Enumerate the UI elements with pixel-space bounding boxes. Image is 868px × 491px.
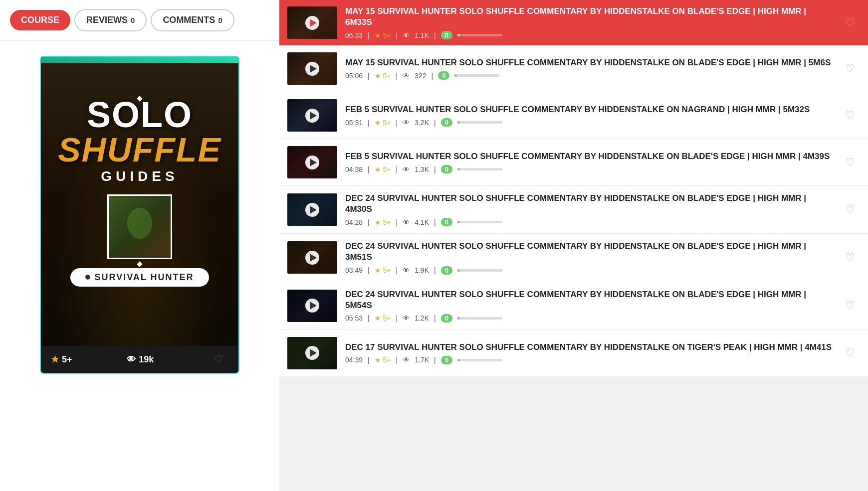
right-panel: MAY 15 SURVIVAL HUNTER SOLO SHUFFLE COMM… <box>279 0 868 491</box>
footer-views: 👁 19k <box>127 354 154 365</box>
duration-1: 05:31 <box>345 119 363 127</box>
course-card-image: SOLO SHUFFLE GUIDES SURVIVAL HUNTER <box>41 57 238 346</box>
rating-6: ★ 5+ <box>375 356 391 364</box>
card-title-guides: GUIDES <box>58 168 221 184</box>
rating-3: ★ 5+ <box>375 218 391 226</box>
video-title-1: FEB 5 SURVIVAL HUNTER SOLO SHUFFLE COMME… <box>345 104 832 115</box>
rating-4: ★ 5+ <box>375 266 391 274</box>
video-row[interactable]: FEB 5 SURVIVAL HUNTER SOLO SHUFFLE COMME… <box>279 92 868 139</box>
featured-heart-col[interactable]: ♡ <box>840 16 860 29</box>
heart-col-3[interactable]: ♡ <box>840 203 860 216</box>
play-icon-2 <box>310 159 317 166</box>
eye-icon: 👁 <box>127 354 136 365</box>
play-button-4[interactable] <box>305 251 319 265</box>
video-list: MAY 15 SURVIVAL HUNTER SOLO SHUFFLE COMM… <box>279 45 868 377</box>
featured-rating: ★ 5+ <box>375 31 391 39</box>
video-row[interactable]: MAY 15 SURVIVAL HUNTER SOLO SHUFFLE COMM… <box>279 45 868 92</box>
play-icon-3 <box>310 206 317 214</box>
progress-bar-fill-3 <box>457 221 460 223</box>
video-title-3: DEC 24 SURVIVAL HUNTER SOLO SHUFFLE COMM… <box>345 193 832 215</box>
spec-label: SURVIVAL HUNTER <box>94 272 194 283</box>
hunter-face-image <box>109 196 171 258</box>
featured-play-button[interactable] <box>305 16 319 30</box>
tab-course[interactable]: COURSE <box>10 10 70 30</box>
featured-video-title: MAY 15 SURVIVAL HUNTER SOLO SHUFFLE COMM… <box>345 6 832 28</box>
featured-views: 1.1K <box>415 31 429 39</box>
play-button-1[interactable] <box>305 109 319 123</box>
play-button-5[interactable] <box>305 299 319 313</box>
video-title-2: FEB 5 SURVIVAL HUNTER SOLO SHUFFLE COMME… <box>345 151 832 162</box>
course-card: SOLO SHUFFLE GUIDES SURVIVAL HUNTER ★ 5+ <box>40 56 239 374</box>
video-meta-0: 05:06 | ★ 5+ | 👁 322 | 0 <box>345 71 832 80</box>
heart-icon-0[interactable]: ♡ <box>845 62 855 75</box>
progress-bar-bg-2 <box>457 168 502 170</box>
heart-col-0[interactable]: ♡ <box>840 62 860 75</box>
video-thumb-4 <box>287 241 337 274</box>
video-row[interactable]: DEC 24 SURVIVAL HUNTER SOLO SHUFFLE COMM… <box>279 186 868 234</box>
card-top-bar <box>41 57 238 63</box>
play-icon-0 <box>310 65 317 73</box>
spec-badge: SURVIVAL HUNTER <box>70 268 209 287</box>
featured-video-meta: 06:33 | ★ 5+ | 👁 1.1K | 0 <box>345 31 832 39</box>
play-triangle-icon <box>310 19 317 27</box>
progress-bar-fill-1 <box>457 121 460 124</box>
play-button-2[interactable] <box>305 156 319 169</box>
progress-bar-bg-3 <box>457 221 502 223</box>
featured-video-row[interactable]: MAY 15 SURVIVAL HUNTER SOLO SHUFFLE COMM… <box>279 0 868 45</box>
rating-0: ★ 5+ <box>375 72 391 80</box>
course-card-footer: ★ 5+ 👁 19k ♡ <box>41 346 238 373</box>
footer-favorite[interactable]: ♡ <box>209 353 228 366</box>
duration-2: 04:38 <box>345 165 363 173</box>
featured-heart-icon[interactable]: ♡ <box>845 16 855 29</box>
views-1: 3.2K <box>415 119 429 127</box>
heart-col-2[interactable]: ♡ <box>840 156 860 169</box>
progress-bar-bg-1 <box>457 121 502 124</box>
heart-icon-3[interactable]: ♡ <box>845 203 855 216</box>
eye-icon-3: 👁 <box>403 218 410 226</box>
heart-col-5[interactable]: ♡ <box>840 299 860 312</box>
video-info-1: FEB 5 SURVIVAL HUNTER SOLO SHUFFLE COMME… <box>345 104 832 127</box>
heart-col-6[interactable]: ♡ <box>840 346 860 359</box>
progress-bar-fill-2 <box>457 168 460 170</box>
play-icon-4 <box>310 254 317 262</box>
video-info-0: MAY 15 SURVIVAL HUNTER SOLO SHUFFLE COMM… <box>345 57 832 80</box>
heart-icon-4[interactable]: ♡ <box>845 251 855 264</box>
video-row[interactable]: DEC 17 SURVIVAL HUNTER SOLO SHUFFLE COMM… <box>279 330 868 377</box>
duration-6: 04:39 <box>345 356 363 364</box>
heart-icon-5[interactable]: ♡ <box>845 299 855 312</box>
video-row[interactable]: FEB 5 SURVIVAL HUNTER SOLO SHUFFLE COMME… <box>279 139 868 186</box>
play-button-3[interactable] <box>305 203 319 217</box>
video-title-6: DEC 17 SURVIVAL HUNTER SOLO SHUFFLE COMM… <box>345 342 832 353</box>
video-title-4: DEC 24 SURVIVAL HUNTER SOLO SHUFFLE COMM… <box>345 241 832 263</box>
progress-badge-5: 0 <box>441 314 452 323</box>
progress-bar-bg-6 <box>457 359 502 361</box>
tab-comments[interactable]: COMMENTS 0 <box>151 9 234 31</box>
eye-icon-4: 👁 <box>403 266 410 274</box>
views-0: 322 <box>415 72 426 80</box>
heart-col-1[interactable]: ♡ <box>840 109 860 122</box>
heart-icon-6[interactable]: ♡ <box>845 346 855 359</box>
video-meta-1: 05:31 | ★ 5+ | 👁 3.2K | 0 <box>345 118 832 127</box>
sep3: | <box>434 31 436 39</box>
featured-progress-bar-fill <box>457 34 460 36</box>
play-button-6[interactable] <box>305 346 319 360</box>
video-thumb-5 <box>287 290 337 322</box>
progress-badge-6: 0 <box>441 356 452 364</box>
heart-icon[interactable]: ♡ <box>214 353 223 366</box>
heart-icon-1[interactable]: ♡ <box>845 109 855 122</box>
tab-reviews[interactable]: REVIEWS 0 <box>74 9 147 31</box>
card-title-block: SOLO SHUFFLE GUIDES <box>58 97 221 184</box>
progress-badge-4: 0 <box>441 266 452 275</box>
progress-bar-fill-0 <box>454 74 457 77</box>
video-info-6: DEC 17 SURVIVAL HUNTER SOLO SHUFFLE COMM… <box>345 342 832 364</box>
video-thumb-1 <box>287 99 337 132</box>
heart-col-4[interactable]: ♡ <box>840 251 860 264</box>
play-icon-5 <box>310 302 317 310</box>
duration-0: 05:06 <box>345 72 363 80</box>
video-row[interactable]: DEC 24 SURVIVAL HUNTER SOLO SHUFFLE COMM… <box>279 234 868 282</box>
play-icon-1 <box>310 112 317 120</box>
heart-icon-2[interactable]: ♡ <box>845 156 855 169</box>
eye-icon-1: 👁 <box>403 119 410 127</box>
play-button-0[interactable] <box>305 62 319 76</box>
video-row[interactable]: DEC 24 SURVIVAL HUNTER SOLO SHUFFLE COMM… <box>279 282 868 330</box>
